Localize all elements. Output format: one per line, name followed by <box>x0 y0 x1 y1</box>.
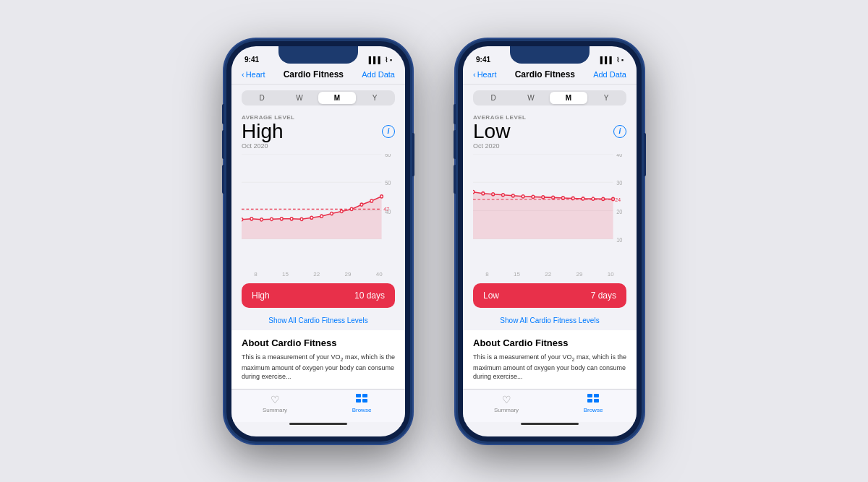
tab-summary-low[interactable]: ♡ Summary <box>463 394 550 413</box>
about-section-low: About Cardio Fitness This is a measureme… <box>463 330 637 389</box>
x-label-15-low: 15 <box>514 271 520 277</box>
notch-high <box>278 46 358 64</box>
svg-text:60: 60 <box>385 154 391 158</box>
volume-up-button-low <box>454 130 456 159</box>
back-button-low[interactable]: ‹ Heart <box>473 70 497 79</box>
level-row-high: High i <box>242 121 395 143</box>
segment-d-low[interactable]: D <box>475 92 512 104</box>
x-label-22-low: 22 <box>545 271 551 277</box>
mute-button <box>222 104 224 124</box>
badge-level-high: High <box>252 291 270 301</box>
svg-text:40: 40 <box>616 154 623 158</box>
svg-rect-55 <box>587 394 592 397</box>
nav-bar-low: ‹ Heart Cardio Fitness Add Data <box>463 66 637 85</box>
phone-low: 9:41 ▌▌▌ ⌇ ▪ ‹ Heart Cardio Fitness Add … <box>456 39 644 444</box>
svg-point-12 <box>271 218 273 221</box>
segment-w-low[interactable]: W <box>512 92 550 104</box>
tab-summary-high[interactable]: ♡ Summary <box>231 394 318 413</box>
svg-point-18 <box>331 212 333 215</box>
svg-point-9 <box>242 218 243 221</box>
svg-point-22 <box>370 199 373 202</box>
svg-text:47: 47 <box>383 206 389 212</box>
svg-point-52 <box>602 198 605 201</box>
x-label-8-low: 8 <box>485 271 488 277</box>
x-labels-low: 8 15 22 29 10 <box>473 270 626 277</box>
chevron-left-icon-low: ‹ <box>473 70 476 79</box>
date-label-low: Oct 2020 <box>473 142 626 150</box>
segment-y-high[interactable]: Y <box>356 92 393 104</box>
content-section-low: AVERAGE LEVEL Low i Oct 2020 <box>463 111 637 155</box>
tab-bar-high: ♡ Summary Browse <box>231 389 405 422</box>
level-row-low: Low i <box>473 121 626 143</box>
svg-point-53 <box>612 198 615 201</box>
wifi-icon: ⌇ <box>385 56 388 64</box>
info-icon-high[interactable]: i <box>382 125 395 138</box>
svg-text:10: 10 <box>616 237 623 244</box>
about-text-low: This is a measurement of your VO2 max, w… <box>473 353 626 382</box>
x-labels-high: 8 15 22 29 40 <box>242 270 395 277</box>
segment-control-low[interactable]: D W M Y <box>473 90 626 106</box>
svg-point-48 <box>562 197 565 199</box>
level-value-high: High <box>242 121 284 143</box>
svg-point-21 <box>360 203 363 206</box>
svg-text:30: 30 <box>616 180 623 186</box>
tab-browse-label-low: Browse <box>584 407 603 413</box>
tab-summary-label-low: Summary <box>494 407 519 413</box>
badge-days-low: 7 days <box>591 291 616 301</box>
back-button-high[interactable]: ‹ Heart <box>242 70 265 79</box>
phone-high: 9:41 ▌▌▌ ⌇ ▪ ‹ Heart Cardio Fitness Add … <box>224 39 412 444</box>
info-icon-low[interactable]: i <box>613 125 626 138</box>
heart-icon-high: ♡ <box>271 394 280 405</box>
svg-point-47 <box>552 197 555 199</box>
tab-browse-low[interactable]: Browse <box>550 394 637 413</box>
chart-high: 60 50 40 <box>242 154 395 270</box>
chart-low: 40 30 20 10 <box>473 154 626 270</box>
segment-d-high[interactable]: D <box>243 92 281 104</box>
segment-m-high[interactable]: M <box>318 92 356 104</box>
home-indicator-low <box>463 422 637 426</box>
segment-control-high[interactable]: D W M Y <box>242 90 395 106</box>
x-label-end-low: 10 <box>608 271 614 277</box>
nav-title-high: Cardio Fitness <box>284 69 344 79</box>
svg-text:24: 24 <box>615 197 621 203</box>
status-time-high: 9:41 <box>244 56 259 64</box>
segment-y-low[interactable]: Y <box>587 92 625 104</box>
svg-point-15 <box>300 218 303 221</box>
svg-rect-26 <box>362 394 367 397</box>
x-label-22-high: 22 <box>313 271 320 277</box>
svg-rect-27 <box>356 399 361 403</box>
svg-point-39 <box>473 191 475 194</box>
show-all-link-low[interactable]: Show All Cardio Fitness Levels <box>463 314 637 330</box>
segment-w-high[interactable]: W <box>281 92 318 104</box>
volume-down-button-low <box>454 165 456 194</box>
svg-point-20 <box>350 208 353 211</box>
svg-rect-25 <box>356 394 361 397</box>
svg-rect-56 <box>594 394 599 397</box>
chart-svg-low: 40 30 20 10 <box>473 154 626 270</box>
tab-browse-high[interactable]: Browse <box>318 394 405 413</box>
add-data-button-high[interactable]: Add Data <box>362 70 395 79</box>
phone-screen-low: 9:41 ▌▌▌ ⌇ ▪ ‹ Heart Cardio Fitness Add … <box>463 46 637 436</box>
mute-button-low <box>454 104 456 124</box>
status-icons-low: ▌▌▌ ⌇ ▪ <box>600 56 624 64</box>
svg-point-16 <box>310 216 313 219</box>
about-text-high: This is a measurement of your VO2 max, w… <box>242 353 395 382</box>
svg-point-19 <box>340 210 343 213</box>
about-section-high: About Cardio Fitness This is a measureme… <box>231 330 405 389</box>
segment-m-low[interactable]: M <box>550 92 587 104</box>
level-value-low: Low <box>473 121 510 143</box>
svg-point-13 <box>280 218 283 220</box>
x-label-end-high: 40 <box>376 271 383 277</box>
signal-icon: ▌▌▌ <box>369 56 383 64</box>
power-button-low <box>644 133 646 176</box>
status-icons-high: ▌▌▌ ⌇ ▪ <box>369 56 392 64</box>
svg-rect-58 <box>594 399 599 403</box>
svg-point-40 <box>482 192 485 195</box>
battery-icon: ▪ <box>390 56 392 64</box>
volume-up-button <box>222 130 224 159</box>
home-bar-high <box>289 423 347 425</box>
add-data-button-low[interactable]: Add Data <box>593 70 626 79</box>
show-all-link-high[interactable]: Show All Cardio Fitness Levels <box>231 314 405 330</box>
chevron-left-icon: ‹ <box>242 70 244 79</box>
svg-point-51 <box>592 197 595 200</box>
